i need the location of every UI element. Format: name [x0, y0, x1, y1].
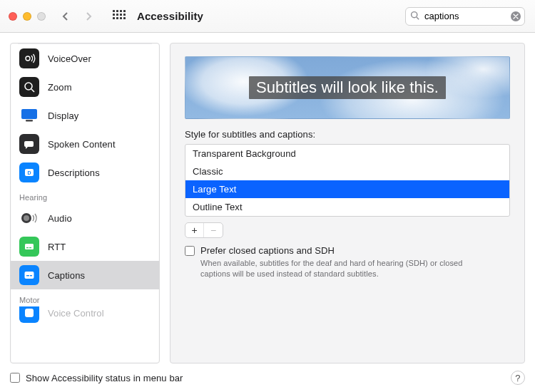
zoom-button[interactable]: [37, 12, 46, 21]
sidebar-item-voiceover[interactable]: VoiceOver: [11, 44, 159, 73]
search-input[interactable]: [405, 7, 525, 26]
sidebar-item-label: Zoom: [48, 82, 72, 93]
forward-button[interactable]: [80, 8, 97, 25]
sidebar-section-hearing: Hearing: [11, 187, 159, 204]
display-icon: [19, 105, 39, 125]
svg-rect-16: [30, 275, 32, 276]
svg-point-0: [412, 11, 417, 17]
sidebar-item-label: Display: [48, 110, 78, 121]
svg-rect-17: [25, 309, 34, 317]
clear-search-icon[interactable]: [511, 11, 521, 21]
style-option-outline[interactable]: Outline Text: [185, 198, 509, 216]
audio-icon: [19, 208, 39, 228]
sidebar-item-label: Audio: [48, 213, 72, 224]
sidebar-section-motor: Motor: [11, 289, 159, 306]
zoom-icon: [19, 77, 39, 97]
captions-icon: [19, 265, 39, 285]
back-button[interactable]: [57, 8, 74, 25]
show-all-icon[interactable]: [113, 10, 126, 23]
add-style-button[interactable]: +: [185, 223, 204, 237]
voiceover-icon: [19, 48, 39, 68]
style-option-transparent[interactable]: Transparent Background: [185, 145, 509, 163]
prefer-sdh-checkbox[interactable]: [185, 246, 195, 256]
add-remove-group: + −: [185, 222, 223, 238]
style-option-large-text[interactable]: Large Text: [185, 180, 509, 198]
sidebar-item-rtt[interactable]: RTT: [11, 232, 159, 261]
style-option-classic[interactable]: Classic: [185, 163, 509, 180]
show-status-checkbox[interactable]: [10, 373, 20, 383]
sidebar-item-spoken-content[interactable]: Spoken Content: [11, 130, 159, 158]
sidebar-item-label: Spoken Content: [48, 139, 116, 150]
sidebar-item-display[interactable]: Display: [11, 101, 159, 130]
show-status-label: Show Accessibility status in menu bar: [26, 373, 183, 383]
descriptions-icon: D: [19, 163, 39, 182]
sidebar-item-captions[interactable]: Captions: [11, 261, 159, 289]
prefer-sdh-desc: When available, subtitles for the deaf a…: [200, 258, 464, 279]
voice-control-icon: [19, 306, 39, 323]
footer: Show Accessibility status in menu bar ?: [0, 363, 535, 392]
svg-point-2: [26, 56, 30, 61]
caption-preview-text: Subtitles will look like this.: [249, 76, 446, 99]
titlebar: Accessibility: [0, 0, 535, 33]
svg-line-1: [417, 16, 419, 19]
remove-style-button[interactable]: −: [204, 223, 223, 237]
sidebar-item-descriptions[interactable]: D Descriptions: [11, 158, 159, 187]
search-field[interactable]: [405, 7, 525, 26]
svg-point-3: [25, 83, 32, 90]
spoken-content-icon: [19, 134, 39, 154]
sidebar-item-label: RTT: [48, 242, 66, 252]
svg-rect-15: [26, 275, 29, 276]
minimize-button[interactable]: [23, 12, 31, 21]
svg-point-10: [24, 215, 29, 221]
sidebar-item-zoom[interactable]: Zoom: [11, 73, 159, 101]
style-list[interactable]: Transparent Background Classic Large Tex…: [185, 144, 510, 217]
svg-rect-5: [21, 109, 37, 119]
search-icon: [410, 11, 419, 22]
page-title: Accessibility: [137, 10, 203, 22]
captions-panel: Subtitles will look like this. Style for…: [170, 43, 525, 363]
caption-preview: Subtitles will look like this.: [185, 56, 510, 119]
sidebar-item-audio[interactable]: Audio: [11, 204, 159, 232]
sidebar: VoiceOver Zoom Display: [10, 43, 160, 363]
svg-text:D: D: [27, 170, 31, 175]
close-button[interactable]: [9, 12, 17, 21]
svg-line-4: [31, 89, 34, 92]
sidebar-item-label: Voice Control: [48, 308, 104, 319]
svg-rect-13: [29, 247, 31, 248]
svg-rect-11: [25, 244, 34, 249]
style-list-label: Style for subtitles and captions:: [185, 129, 510, 140]
rtt-icon: [19, 237, 39, 257]
svg-rect-6: [26, 120, 33, 122]
svg-rect-12: [26, 247, 29, 248]
window-controls: [9, 12, 46, 21]
prefer-sdh-label: Prefer closed captions and SDH: [200, 245, 464, 256]
sidebar-item-label: VoiceOver: [48, 53, 91, 64]
sidebar-item-label: Descriptions: [48, 167, 100, 178]
sidebar-item-voice-control[interactable]: Voice Control: [11, 306, 159, 326]
sidebar-item-label: Captions: [48, 270, 85, 281]
help-button[interactable]: ?: [511, 371, 525, 385]
